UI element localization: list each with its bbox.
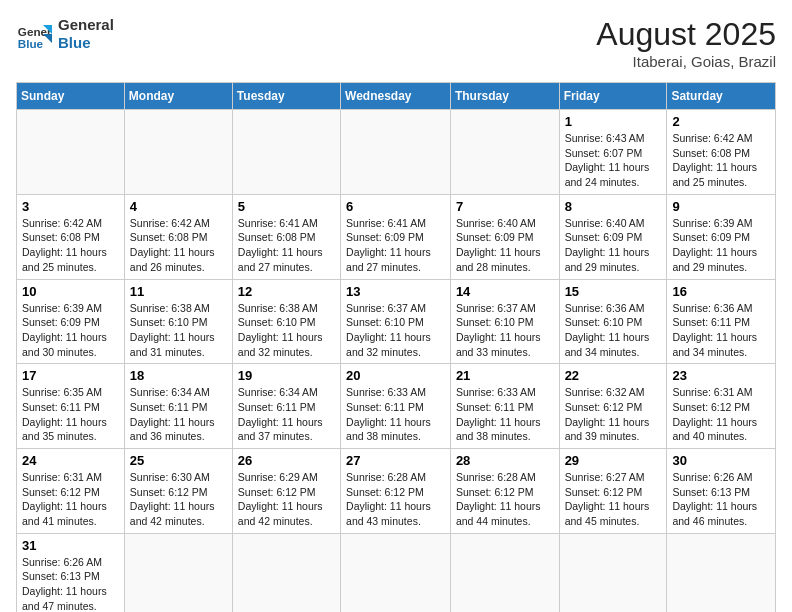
day-info: Sunrise: 6:39 AMSunset: 6:09 PMDaylight:…: [672, 216, 770, 275]
day-number: 20: [346, 368, 445, 383]
calendar-day-cell: 24Sunrise: 6:31 AMSunset: 6:12 PMDayligh…: [17, 449, 125, 534]
day-number: 23: [672, 368, 770, 383]
calendar-week-row: 3Sunrise: 6:42 AMSunset: 6:08 PMDaylight…: [17, 194, 776, 279]
day-number: 5: [238, 199, 335, 214]
day-number: 28: [456, 453, 554, 468]
logo-blue-text: Blue: [58, 34, 114, 52]
day-info: Sunrise: 6:37 AMSunset: 6:10 PMDaylight:…: [346, 301, 445, 360]
calendar-day-cell: [124, 110, 232, 195]
calendar-day-cell: 10Sunrise: 6:39 AMSunset: 6:09 PMDayligh…: [17, 279, 125, 364]
day-number: 13: [346, 284, 445, 299]
day-number: 17: [22, 368, 119, 383]
calendar-day-cell: 2Sunrise: 6:42 AMSunset: 6:08 PMDaylight…: [667, 110, 776, 195]
calendar-day-cell: 9Sunrise: 6:39 AMSunset: 6:09 PMDaylight…: [667, 194, 776, 279]
calendar-day-cell: 14Sunrise: 6:37 AMSunset: 6:10 PMDayligh…: [450, 279, 559, 364]
day-info: Sunrise: 6:42 AMSunset: 6:08 PMDaylight:…: [130, 216, 227, 275]
day-info: Sunrise: 6:27 AMSunset: 6:12 PMDaylight:…: [565, 470, 662, 529]
calendar-day-cell: [232, 110, 340, 195]
page-header: General Blue General Blue August 2025 It…: [16, 16, 776, 70]
day-info: Sunrise: 6:29 AMSunset: 6:12 PMDaylight:…: [238, 470, 335, 529]
calendar-day-cell: [232, 533, 340, 612]
calendar-day-cell: 26Sunrise: 6:29 AMSunset: 6:12 PMDayligh…: [232, 449, 340, 534]
calendar-day-cell: 25Sunrise: 6:30 AMSunset: 6:12 PMDayligh…: [124, 449, 232, 534]
calendar-day-cell: 3Sunrise: 6:42 AMSunset: 6:08 PMDaylight…: [17, 194, 125, 279]
calendar-day-cell: 15Sunrise: 6:36 AMSunset: 6:10 PMDayligh…: [559, 279, 667, 364]
calendar-week-row: 1Sunrise: 6:43 AMSunset: 6:07 PMDaylight…: [17, 110, 776, 195]
day-number: 18: [130, 368, 227, 383]
day-number: 10: [22, 284, 119, 299]
calendar-day-cell: 19Sunrise: 6:34 AMSunset: 6:11 PMDayligh…: [232, 364, 340, 449]
day-info: Sunrise: 6:39 AMSunset: 6:09 PMDaylight:…: [22, 301, 119, 360]
day-info: Sunrise: 6:34 AMSunset: 6:11 PMDaylight:…: [130, 385, 227, 444]
day-of-week-header: Saturday: [667, 83, 776, 110]
calendar-table: SundayMondayTuesdayWednesdayThursdayFrid…: [16, 82, 776, 612]
day-of-week-header: Sunday: [17, 83, 125, 110]
calendar-day-cell: 28Sunrise: 6:28 AMSunset: 6:12 PMDayligh…: [450, 449, 559, 534]
day-info: Sunrise: 6:41 AMSunset: 6:08 PMDaylight:…: [238, 216, 335, 275]
day-info: Sunrise: 6:33 AMSunset: 6:11 PMDaylight:…: [346, 385, 445, 444]
day-info: Sunrise: 6:43 AMSunset: 6:07 PMDaylight:…: [565, 131, 662, 190]
day-info: Sunrise: 6:33 AMSunset: 6:11 PMDaylight:…: [456, 385, 554, 444]
calendar-day-cell: [341, 110, 451, 195]
calendar-day-cell: 21Sunrise: 6:33 AMSunset: 6:11 PMDayligh…: [450, 364, 559, 449]
day-of-week-header: Friday: [559, 83, 667, 110]
day-info: Sunrise: 6:38 AMSunset: 6:10 PMDaylight:…: [130, 301, 227, 360]
day-info: Sunrise: 6:40 AMSunset: 6:09 PMDaylight:…: [565, 216, 662, 275]
day-info: Sunrise: 6:42 AMSunset: 6:08 PMDaylight:…: [22, 216, 119, 275]
calendar-day-cell: 20Sunrise: 6:33 AMSunset: 6:11 PMDayligh…: [341, 364, 451, 449]
calendar-day-cell: 30Sunrise: 6:26 AMSunset: 6:13 PMDayligh…: [667, 449, 776, 534]
day-info: Sunrise: 6:26 AMSunset: 6:13 PMDaylight:…: [22, 555, 119, 612]
day-number: 14: [456, 284, 554, 299]
calendar-day-cell: 13Sunrise: 6:37 AMSunset: 6:10 PMDayligh…: [341, 279, 451, 364]
calendar-week-row: 10Sunrise: 6:39 AMSunset: 6:09 PMDayligh…: [17, 279, 776, 364]
day-number: 6: [346, 199, 445, 214]
calendar-day-cell: 31Sunrise: 6:26 AMSunset: 6:13 PMDayligh…: [17, 533, 125, 612]
day-number: 25: [130, 453, 227, 468]
calendar-day-cell: 7Sunrise: 6:40 AMSunset: 6:09 PMDaylight…: [450, 194, 559, 279]
day-number: 19: [238, 368, 335, 383]
day-info: Sunrise: 6:34 AMSunset: 6:11 PMDaylight:…: [238, 385, 335, 444]
day-info: Sunrise: 6:36 AMSunset: 6:11 PMDaylight:…: [672, 301, 770, 360]
day-info: Sunrise: 6:26 AMSunset: 6:13 PMDaylight:…: [672, 470, 770, 529]
calendar-day-cell: 27Sunrise: 6:28 AMSunset: 6:12 PMDayligh…: [341, 449, 451, 534]
logo-icon: General Blue: [16, 16, 52, 52]
calendar-header-row: SundayMondayTuesdayWednesdayThursdayFrid…: [17, 83, 776, 110]
day-number: 24: [22, 453, 119, 468]
day-info: Sunrise: 6:37 AMSunset: 6:10 PMDaylight:…: [456, 301, 554, 360]
logo: General Blue General Blue: [16, 16, 114, 52]
calendar-day-cell: 4Sunrise: 6:42 AMSunset: 6:08 PMDaylight…: [124, 194, 232, 279]
calendar-day-cell: 1Sunrise: 6:43 AMSunset: 6:07 PMDaylight…: [559, 110, 667, 195]
day-number: 21: [456, 368, 554, 383]
calendar-day-cell: [667, 533, 776, 612]
svg-text:Blue: Blue: [18, 37, 44, 50]
day-of-week-header: Monday: [124, 83, 232, 110]
day-info: Sunrise: 6:35 AMSunset: 6:11 PMDaylight:…: [22, 385, 119, 444]
calendar-week-row: 17Sunrise: 6:35 AMSunset: 6:11 PMDayligh…: [17, 364, 776, 449]
logo-general-text: General: [58, 16, 114, 34]
day-info: Sunrise: 6:28 AMSunset: 6:12 PMDaylight:…: [346, 470, 445, 529]
day-number: 31: [22, 538, 119, 553]
day-number: 8: [565, 199, 662, 214]
day-number: 4: [130, 199, 227, 214]
day-number: 12: [238, 284, 335, 299]
calendar-day-cell: 22Sunrise: 6:32 AMSunset: 6:12 PMDayligh…: [559, 364, 667, 449]
day-number: 16: [672, 284, 770, 299]
day-info: Sunrise: 6:31 AMSunset: 6:12 PMDaylight:…: [672, 385, 770, 444]
day-info: Sunrise: 6:41 AMSunset: 6:09 PMDaylight:…: [346, 216, 445, 275]
day-info: Sunrise: 6:32 AMSunset: 6:12 PMDaylight:…: [565, 385, 662, 444]
calendar-day-cell: 5Sunrise: 6:41 AMSunset: 6:08 PMDaylight…: [232, 194, 340, 279]
title-block: August 2025 Itaberai, Goias, Brazil: [596, 16, 776, 70]
day-number: 1: [565, 114, 662, 129]
calendar-day-cell: [450, 110, 559, 195]
calendar-day-cell: [559, 533, 667, 612]
day-number: 26: [238, 453, 335, 468]
day-info: Sunrise: 6:42 AMSunset: 6:08 PMDaylight:…: [672, 131, 770, 190]
calendar-day-cell: 16Sunrise: 6:36 AMSunset: 6:11 PMDayligh…: [667, 279, 776, 364]
calendar-day-cell: 6Sunrise: 6:41 AMSunset: 6:09 PMDaylight…: [341, 194, 451, 279]
day-info: Sunrise: 6:40 AMSunset: 6:09 PMDaylight:…: [456, 216, 554, 275]
calendar-day-cell: 11Sunrise: 6:38 AMSunset: 6:10 PMDayligh…: [124, 279, 232, 364]
day-number: 3: [22, 199, 119, 214]
calendar-week-row: 24Sunrise: 6:31 AMSunset: 6:12 PMDayligh…: [17, 449, 776, 534]
day-number: 27: [346, 453, 445, 468]
calendar-day-cell: 8Sunrise: 6:40 AMSunset: 6:09 PMDaylight…: [559, 194, 667, 279]
